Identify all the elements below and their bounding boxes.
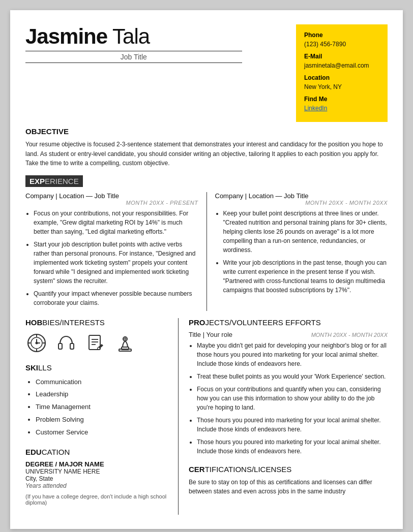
exp2-company: Company | Location — Job Title [215,192,388,200]
phone-label: Phone [304,30,379,40]
contact-phone: Phone (123) 456-7890 [304,30,379,49]
exp1-company: Company | Location — Job Title [25,192,198,200]
exp-title-light: ERIENCE [45,177,79,185]
skills-light: LLS [38,363,52,372]
header-section: Jasmine Tala Job Title Phone (123) 456-7… [25,24,388,122]
proj-bullet2: Treat these bullet points as you would y… [197,372,388,381]
cert-bold: CER [189,465,205,474]
skill-3: Time Management [36,401,168,414]
experience-col1: Company | Location — Job Title MONTH 20X… [25,192,206,311]
skills-title: SKILLS [25,363,168,372]
exp2-bullet2: Write your job descriptions in the past … [223,258,388,295]
svg-rect-17 [122,347,129,350]
project-dates: MONTH 20XX - MONTH 20XX [311,332,388,338]
cert-text: Be sure to stay on top of this as certif… [189,478,388,496]
hobby-icon-3 [84,332,107,354]
edu-years: Years attended [25,482,168,489]
skill-5: Customer Service [36,426,168,439]
exp1-bullet2: Start your job description bullet points… [34,240,198,286]
location-value: New York, NY [304,82,379,91]
exp2-bullets: Keep your bullet point descriptions at t… [215,209,388,295]
header-left: Jasmine Tala Job Title [25,24,296,63]
skills-bold: SKI [25,363,38,372]
proj-light: JECTS/VOLUNTEERS EFFORTS [205,318,321,327]
hobbies-section: HOBBIES/INTERESTS [25,318,168,354]
linkedin-link[interactable]: LinkedIn [304,104,379,113]
edu-note: (If you have a college degree, don't inc… [25,493,168,506]
proj-bullet5: Those hours you poured into marketing fo… [197,437,388,456]
project-bullets: Maybe you didn't get paid for developing… [189,341,388,456]
exp-title-bold: EXP [29,177,45,185]
education-section: EDUCATION DEGREE / MAJOR NAME UNIVERSITY… [25,448,168,506]
exp1-dates: MONTH 20XX - PRESENT [25,200,198,206]
cert-section: CERTIFICATIONS/LICENSES Be sure to stay … [189,465,388,496]
bottom-left: HOBBIES/INTERESTS [25,318,178,515]
hobbies-bold: HOB [25,318,42,327]
resume-document: Jasmine Tala Job Title Phone (123) 456-7… [10,10,403,529]
edu-light: CATION [42,448,70,456]
bottom-right: PROJECTS/VOLUNTEERS EFFORTS Title | Your… [178,318,388,515]
cert-title: CERTIFICATIONS/LICENSES [189,465,388,474]
proj-bullet3: Focus on your contributions and quantify… [197,385,388,412]
experience-section: EXPERIENCE Company | Location — Job Titl… [25,175,388,311]
exp2-loc-title-val: Location — Job Title [249,192,309,200]
bottom-columns: HOBBIES/INTERESTS [25,318,388,515]
skill-2: Leadership [36,388,168,401]
edu-city-state: City, State [25,475,168,482]
education-title: EDUCATION [25,448,168,456]
skill-1: Communication [36,376,168,389]
cert-light: TIFICATIONS/LICENSES [205,465,292,474]
edu-degree: DEGREE / MAJOR NAME [25,460,168,468]
findme-label: Find Me [304,95,379,104]
hobby-icons [25,332,168,354]
hobby-icon-2 [55,332,77,354]
last-name: Tala [112,24,150,49]
hobbies-title: HOBBIES/INTERESTS [25,318,168,327]
contact-location: Location New York, NY [304,73,379,91]
exp1-bullet3: Quantify your impact whenever possible b… [34,289,198,307]
proj-bold: PRO [189,318,205,327]
exp1-location-title: | [54,192,60,200]
exp1-bullets: Focus on your contributions, not your re… [25,209,198,307]
svg-rect-10 [70,343,74,349]
experience-col2: Company | Location — Job Title MONTH 20X… [206,192,388,311]
first-name: Jasmine [25,24,107,49]
location-label: Location [304,73,379,82]
exp2-bullet1: Keep your bullet point descriptions at t… [223,209,388,255]
contact-box: Phone (123) 456-7890 E-Mail jasminetala@… [296,24,388,122]
projects-title: PROJECTS/VOLUNTEERS EFFORTS [189,318,388,327]
exp1-loc-title-val: Location — Job Title [59,192,119,200]
exp1-bullet1: Focus on your contributions, not your re… [34,209,198,236]
hobby-icon-4 [114,332,136,354]
job-title: Job Title [25,51,242,63]
projects-section: PROJECTS/VOLUNTEERS EFFORTS Title | Your… [189,318,388,456]
experience-title: EXPERIENCE [25,175,83,187]
edu-school: UNIVERSITY NAME HERE [25,468,168,475]
edu-bold: EDU [25,448,42,456]
objective-section: OBJECTIVE Your resume objective is focus… [25,127,388,168]
contact-findme: Find Me LinkedIn [304,95,379,113]
name-block: Jasmine Tala [25,24,296,49]
svg-rect-9 [58,343,62,349]
skills-section: SKILLS Communication Leadership Time Man… [25,363,168,439]
proj-bullet1: Maybe you didn't get paid for developing… [197,341,388,368]
svg-rect-11 [89,335,100,350]
proj-bullet4: Those hours you poured into marketing fo… [197,416,388,434]
phone-value: (123) 456-7890 [304,40,379,49]
hobbies-light: BIES/INTERESTS [42,318,105,327]
objective-text: Your resume objective is focused 2-3-sen… [25,140,388,168]
project-title: Title | Your role [189,331,232,338]
exp2-dates: MONTH 20XX - MONTH 20XX [215,200,388,206]
skill-4: Problem Solving [36,414,168,426]
project-header-row: Title | Your role MONTH 20XX - MONTH 20X… [189,331,388,341]
objective-title: OBJECTIVE [25,127,388,136]
skills-list: Communication Leadership Time Management… [25,376,168,439]
email-value: jasminetala@email.com [304,61,379,70]
experience-columns: Company | Location — Job Title MONTH 20X… [25,192,388,311]
contact-email: E-Mail jasminetala@email.com [304,52,379,70]
email-label: E-Mail [304,52,379,61]
hobby-icon-1 [25,332,48,354]
